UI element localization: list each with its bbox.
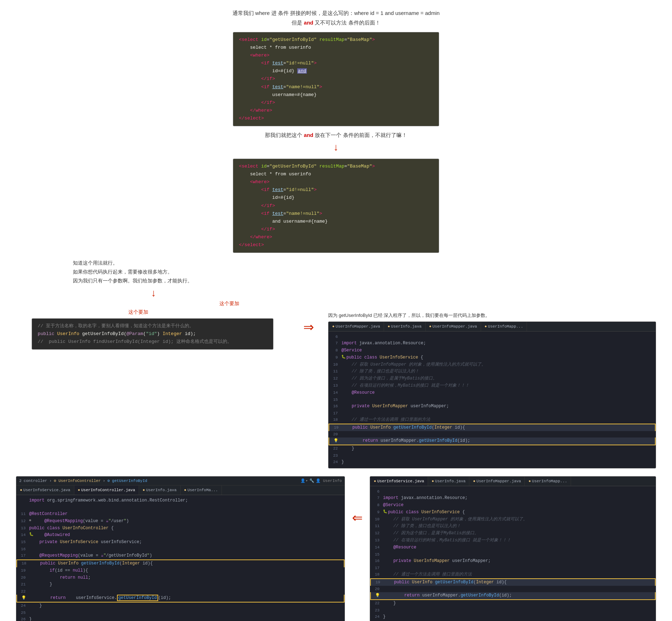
- bl-line-0: import org.springframework.web.bind.anno…: [16, 497, 345, 504]
- bl-line-blank: [16, 504, 345, 511]
- tab-bl-service[interactable]: ●UserInfoService.java: [16, 485, 74, 495]
- intro-line1: 通常我们 where 进 条件 拼接的时候，是这么写的：where id = 1…: [16, 10, 656, 17]
- label-add-text: 这个要加: [0, 309, 289, 315]
- bottom-right-ide: ●UserInfoService.java ●UserInfo.java ●Us…: [370, 475, 656, 621]
- br-line-6: 6: [370, 488, 656, 495]
- bl-line-18: 18 public UserInfo getUserInfoById(Integ…: [16, 559, 345, 567]
- ide-line-22: 22 }: [329, 445, 656, 452]
- intro-line2: 但是 and 又不可以方法 条件的后面！: [16, 20, 656, 26]
- right-ide-body: 6 7import javax.annotation.Resource; 8@S…: [329, 331, 656, 468]
- tab-userinfomapperdot[interactable]: ●UserInfoMapp...: [481, 322, 527, 331]
- bottom-right-ide-block: ●UserInfoService.java ●UserInfo.java ●Us…: [370, 476, 656, 621]
- right-ide-tabs: ●UserInfoMapper.java ●UserInfo.java ●Use…: [329, 322, 656, 331]
- right-note: 因为 getUserInfoById 已经 深入程序了，所以，我们要在每一层代码…: [328, 311, 656, 319]
- ide-line-19: 19 public UserInfo getUserInfoById(Integ…: [329, 424, 656, 431]
- bl-line-22: 22: [16, 588, 345, 595]
- bl-line-12: 12◉ @RequestMapping(value = ☕"/user"): [16, 518, 345, 525]
- code-block-3: // 至于方法名称，取的名字，要别人看得懂，知道这个方法是来干什么的。 publ…: [32, 318, 273, 350]
- br-line-10: 10 // 获取 UserInfoMapper 的对象，使用属性注入的方式就可以…: [370, 516, 656, 523]
- ide-line-21: 💡 return userInfoMapper.getUserInfoById(…: [329, 437, 656, 445]
- arrow-down-2: ↓: [59, 287, 656, 299]
- br-line-19: 19 public UserInfo getUserInfoById(Integ…: [370, 578, 656, 586]
- ide-line-12: 12 // 因为这个接口，是属于MyBatis的接口。: [329, 375, 656, 382]
- bl-line-16: 16: [16, 546, 345, 552]
- bottom-left-ide-tabs: ●UserInfoService.java ●UserInfoControlle…: [16, 485, 345, 495]
- ide-line-8: 8@Service: [329, 347, 656, 354]
- bl-line-24: 24 }: [16, 603, 345, 610]
- arrow-down-1: ↓: [16, 142, 656, 153]
- br-line-17: 17: [370, 565, 656, 571]
- br-line-12: 12 // 因为这个接口，是属于MyBatis的接口。: [370, 530, 656, 537]
- tab-br-userinfo[interactable]: ●UserInfo.java: [428, 477, 469, 486]
- ide-line-23: 23: [329, 452, 656, 459]
- after-code2-text: 知道这个用法就行。 如果你想代码执行起来，需要修改很多地方。 因为我们只有一个参…: [73, 259, 656, 286]
- tab-bl-userinfo[interactable]: ●UserInfo.java: [139, 485, 180, 495]
- ide-line-15: 15: [329, 397, 656, 403]
- br-line-23: 23: [370, 607, 656, 614]
- bl-line-20: 20 return null;: [16, 574, 345, 582]
- left-column: 这个要加 // 至于方法名称，取的名字，要别人看得懂，知道这个方法是来干什么的。…: [16, 309, 289, 352]
- bl-line-14: 14🐛 @Autowired: [16, 532, 345, 539]
- br-line-20: 20: [370, 586, 656, 592]
- ide-line-7: 7import javax.annotation.Resource;: [329, 340, 656, 347]
- bottom-right-ide-body: 6 7import javax.annotation.Resource; 8@S…: [370, 486, 656, 621]
- bl-line-19: 19 if(id == null){: [16, 567, 345, 574]
- bl-line-25: 25: [16, 610, 345, 616]
- bl-line-21: 21 }: [16, 581, 345, 588]
- ide-line-17: 17: [329, 410, 656, 416]
- br-line-9: 9🐛public class UserInfoService {: [370, 509, 656, 516]
- ide-line-14: 14 @Resource: [329, 389, 656, 397]
- br-line-8: 8@Service: [370, 502, 656, 509]
- bottom-left-ide-body: import org.springframework.web.bind.anno…: [16, 495, 345, 621]
- br-line-7: 7import javax.annotation.Resource;: [370, 495, 656, 502]
- tab-bl-mapper[interactable]: ●UserInfoMa...: [181, 485, 222, 495]
- code-block-1: <select id="getUserInfoById" resultMap="…: [233, 32, 439, 126]
- ide-line-16: 16 private UserInfoMapper userInfoMapper…: [329, 403, 656, 410]
- breadcrumb: 2 controller › ⚙ UserInfoController › ⚙ …: [16, 477, 345, 485]
- right-ide-section: 因为 getUserInfoById 已经 深入程序了，所以，我们要在每一层代码…: [328, 309, 656, 470]
- br-line-22: 22 }: [370, 600, 656, 607]
- bl-line-26: 26}: [16, 616, 345, 621]
- code-block-2: <select id="getUserInfoById" resultMap="…: [233, 159, 439, 253]
- middle-text: 那我们就把这个 and 放在下一个 条件的前面，不就行了嘛！: [16, 132, 656, 139]
- br-line-24: 24}: [370, 614, 656, 621]
- arrow-left-1: ⇐: [348, 510, 366, 525]
- bl-line-23: 💡 return userInfoService.getUserInfoById…: [16, 595, 345, 603]
- br-line-21: 💡 return userInfoMapper.getUserInfoById(…: [370, 592, 656, 600]
- tab-userinfomapper2[interactable]: ●UserInfoMapper.java: [426, 322, 481, 331]
- bl-line-17: 17 @RequestMapping(value = ☕"/getUserInf…: [16, 552, 345, 559]
- arrow-right-1: ⇒: [300, 320, 318, 335]
- ide-line-20: 20: [329, 431, 656, 437]
- bottom-right-tabs: ●UserInfoService.java ●UserInfo.java ●Us…: [370, 477, 656, 486]
- br-line-13: 13 // 在项目运行的时候，MyBatis的接口 就是一个对象！！！: [370, 537, 656, 544]
- br-line-18: 18 // 通过一个方法去调用 接口里面的方法: [370, 571, 656, 578]
- bottom-left-ide: 2 controller › ⚙ UserInfoController › ⚙ …: [16, 475, 345, 621]
- br-line-16: 16 private UserInfoMapper userInfoMapper…: [370, 558, 656, 565]
- ide-line-24: 24}: [329, 459, 656, 466]
- tab-br-service[interactable]: ●UserInfoService.java: [370, 477, 428, 486]
- ide-line-11: 11 // 除了类，接口也是可以注入的！: [329, 368, 656, 375]
- ide-line-18-cm: 18 // 通过一个方法去调用 接口里面的方法: [329, 416, 656, 424]
- bl-line-13: 13public class UserInfoController {: [16, 525, 345, 532]
- tab-userinfo[interactable]: ●UserInfo.java: [384, 322, 425, 331]
- tab-bl-controller[interactable]: ●UserInfoController.java: [74, 485, 139, 495]
- ide-line-9: 9🐛public class UserInfoService {: [329, 354, 656, 361]
- bottom-left-ide-block: 2 controller › ⚙ UserInfoController › ⚙ …: [16, 476, 345, 621]
- bl-line-11: 11@RestController: [16, 511, 345, 518]
- tab-br-mapperx[interactable]: ●UserInfoMapp...: [525, 477, 571, 486]
- br-line-14: 14 @Resource: [370, 544, 656, 551]
- tab-userinfomapper[interactable]: ●UserInfoMapper.java: [329, 322, 384, 331]
- br-line-15: 15: [370, 551, 656, 558]
- tab-br-mapper[interactable]: ●UserInfoMapper.java: [469, 477, 525, 486]
- bl-line-15: 15 private UserInfoService userInfoServi…: [16, 539, 345, 546]
- label-add: 这个要加: [16, 301, 656, 307]
- main-content: 通常我们 where 进 条件 拼接的时候，是这么写的：where id = 1…: [16, 10, 656, 621]
- ide-line-6: 6: [329, 334, 656, 340]
- ide-line-13: 13 // 在项目运行的时候，MyBatis的接口 就是一个对象！！！: [329, 382, 656, 389]
- right-ide: ●UserInfoMapper.java ●UserInfo.java ●Use…: [328, 322, 656, 468]
- br-line-11: 11 // 除了类，接口也是可以注入的！: [370, 523, 656, 530]
- ide-line-10: 10 // 获取 UserInfoMapper 的对象，使用属性注入的方式就可以…: [329, 361, 656, 368]
